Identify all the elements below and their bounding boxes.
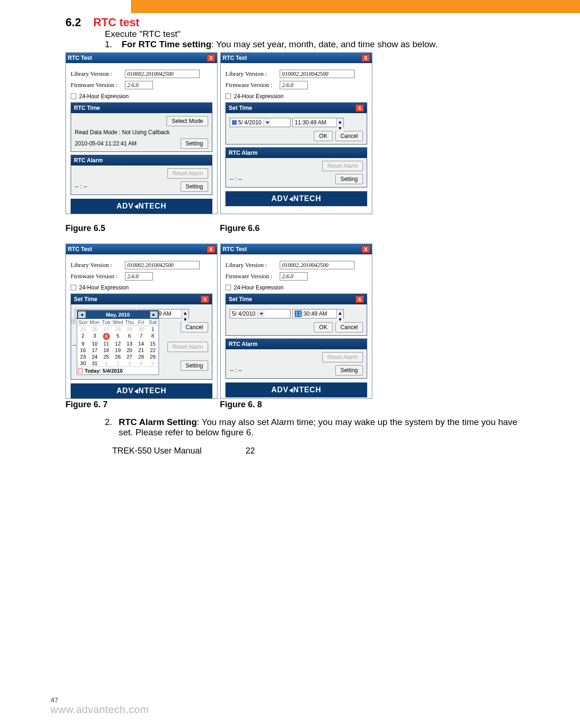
ok-button[interactable]: OK: [314, 131, 332, 141]
calendar-day[interactable]: 11: [101, 340, 112, 347]
close-icon[interactable]: X: [207, 54, 215, 62]
calendar-day[interactable]: 3: [89, 332, 101, 340]
reset-alarm-button[interactable]: Reset Alarm: [167, 342, 208, 352]
calendar-day[interactable]: 19: [112, 347, 124, 353]
section-title: RTC test: [93, 16, 139, 29]
time-spinner[interactable]: 11:30:49 AM▴▾: [292, 309, 344, 318]
calendar-day[interactable]: 17: [89, 347, 101, 353]
library-version-field[interactable]: 010002.2010042500: [125, 70, 200, 78]
calendar-day[interactable]: 30: [77, 360, 89, 367]
figure-row-2: RTC Test X Library Version : 010002.2010…: [65, 244, 524, 399]
calendar-day[interactable]: 21: [135, 347, 147, 353]
calendar-day-out[interactable]: 30: [135, 326, 147, 332]
calendar-popup[interactable]: ◄ May, 2010 ► SunMonTueWedThuFriSat25262…: [77, 310, 159, 375]
reset-alarm-button[interactable]: Reset Alarm: [322, 161, 363, 171]
calendar-day[interactable]: 9: [77, 340, 89, 347]
24hour-checkbox[interactable]: [225, 285, 231, 290]
calendar-day[interactable]: 5: [112, 332, 124, 340]
page-number: 47: [51, 696, 58, 704]
calendar-day[interactable]: 13: [123, 340, 135, 347]
spinner-buttons[interactable]: ▴▾: [181, 310, 188, 318]
time-spinner[interactable]: 11:30:49 AM▴▾: [292, 118, 344, 127]
calendar-prev-icon[interactable]: ◄: [78, 311, 86, 318]
date-dropdown[interactable]: 5/ 4/2010: [230, 309, 290, 318]
header-orange-bar: [0, 0, 580, 13]
close-icon[interactable]: X: [201, 296, 209, 303]
calendar-dow: Fri: [135, 319, 147, 326]
library-version-field[interactable]: 010002.2010042500: [280, 261, 355, 269]
calendar-day[interactable]: 29: [147, 353, 159, 360]
24hour-checkbox[interactable]: [71, 285, 76, 290]
calendar-day-out[interactable]: 5: [147, 360, 159, 367]
calendar-day[interactable]: 20: [123, 347, 135, 353]
window-title: RTC Test: [223, 55, 362, 61]
library-version-field[interactable]: 010002.2010042500: [280, 70, 355, 78]
calendar-day-out[interactable]: 25: [77, 326, 89, 332]
calendar-day-out[interactable]: 27: [101, 326, 112, 332]
calendar-today-label[interactable]: Today: 5/4/2010: [85, 368, 123, 374]
firmware-version-field[interactable]: 2.6.0: [280, 81, 308, 89]
advantech-logo-bar: ADVNTECH: [71, 383, 212, 398]
calendar-day[interactable]: 16: [77, 347, 89, 353]
calendar-day[interactable]: 26: [112, 353, 124, 360]
calendar-day-out[interactable]: 3: [123, 360, 135, 367]
select-mode-button[interactable]: Select Mode: [167, 116, 208, 126]
calendar-day[interactable]: 22: [147, 347, 159, 353]
rtc-alarm-setting-button[interactable]: Setting: [181, 181, 208, 192]
calendar-day[interactable]: 7: [135, 332, 147, 340]
24hour-checkbox[interactable]: [225, 94, 231, 99]
calendar-day[interactable]: 6: [123, 332, 135, 340]
firmware-version-field[interactable]: 2.6.0: [280, 272, 308, 281]
reset-alarm-button[interactable]: Reset Alarm: [167, 168, 208, 179]
calendar-day[interactable]: 14: [135, 340, 147, 347]
rtc-alarm-setting-button[interactable]: Setting: [335, 365, 363, 375]
calendar-day-out[interactable]: 29: [123, 326, 135, 332]
calendar-day[interactable]: 10: [89, 340, 101, 347]
dropdown-arrow-icon[interactable]: [263, 119, 271, 126]
calendar-day-out[interactable]: 1: [101, 360, 112, 367]
calendar-day[interactable]: 23: [77, 353, 89, 360]
rtc-alarm-setting-button[interactable]: Setting: [181, 360, 208, 371]
firmware-version-field[interactable]: 2.6.0: [125, 81, 153, 89]
reset-alarm-button[interactable]: Reset Alarm: [322, 352, 363, 362]
calendar-day[interactable]: 12: [112, 340, 124, 347]
calendar-day[interactable]: 2: [77, 332, 89, 340]
calendar-day-out[interactable]: 2: [112, 360, 124, 367]
close-icon[interactable]: X: [355, 104, 364, 112]
calendar-day-out[interactable]: 28: [112, 326, 124, 332]
screenshot-fig-6-7: RTC Test X Library Version : 010002.2010…: [65, 244, 218, 399]
calendar-day[interactable]: 25: [101, 353, 112, 360]
rtc-alarm-setting-button[interactable]: Setting: [335, 174, 363, 184]
close-icon[interactable]: X: [362, 54, 370, 62]
close-icon[interactable]: X: [207, 245, 215, 253]
calendar-day[interactable]: 18: [101, 347, 112, 353]
ok-button[interactable]: OK: [314, 322, 332, 332]
time-selected-hours[interactable]: 11: [295, 310, 302, 317]
close-icon[interactable]: X: [355, 296, 364, 303]
calendar-day[interactable]: 4: [101, 332, 112, 340]
calendar-day-out[interactable]: 4: [135, 360, 147, 367]
calendar-day[interactable]: 15: [147, 340, 159, 347]
firmware-version-field[interactable]: 2.6.0: [125, 272, 153, 281]
calendar-day[interactable]: 8: [147, 332, 159, 340]
calendar-day[interactable]: 1: [147, 326, 159, 332]
calendar-day-out[interactable]: 26: [89, 326, 101, 332]
set-time-title: Set Time: [74, 296, 201, 303]
read-mode-text: Read Data Mode : Not Using Callback: [75, 129, 208, 136]
date-dropdown[interactable]: 5/ 4/2010: [230, 118, 290, 127]
24hour-checkbox[interactable]: [71, 94, 76, 99]
calendar-day[interactable]: 28: [135, 353, 147, 360]
cancel-button[interactable]: Cancel: [335, 322, 363, 332]
library-version-field[interactable]: 010002.2010042500: [125, 261, 200, 269]
spinner-buttons[interactable]: ▴▾: [336, 310, 343, 318]
cancel-button[interactable]: Cancel: [181, 322, 208, 332]
calendar-day[interactable]: 31: [89, 360, 101, 367]
dropdown-arrow-icon[interactable]: [257, 310, 265, 317]
calendar-day[interactable]: 24: [89, 353, 101, 360]
calendar-next-icon[interactable]: ►: [150, 311, 158, 318]
calendar-day[interactable]: 27: [123, 353, 135, 360]
cancel-button[interactable]: Cancel: [335, 131, 363, 141]
rtc-time-setting-button[interactable]: Setting: [181, 138, 208, 149]
close-icon[interactable]: X: [362, 245, 370, 253]
spinner-buttons[interactable]: ▴▾: [336, 118, 343, 127]
